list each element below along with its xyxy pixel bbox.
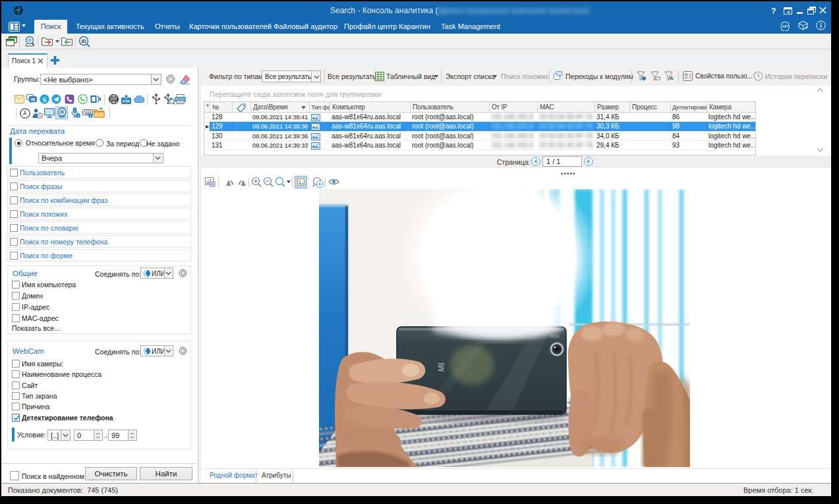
svg-text:API: API (782, 24, 788, 28)
svg-text:IM: IM (31, 98, 36, 101)
svg-text:HTTP: HTTP (110, 98, 117, 101)
svg-text:MI: MI (437, 363, 446, 372)
svg-text:FTP: FTP (123, 99, 130, 103)
svg-text:S: S (43, 96, 47, 103)
svg-text:ID: ID (82, 39, 86, 43)
